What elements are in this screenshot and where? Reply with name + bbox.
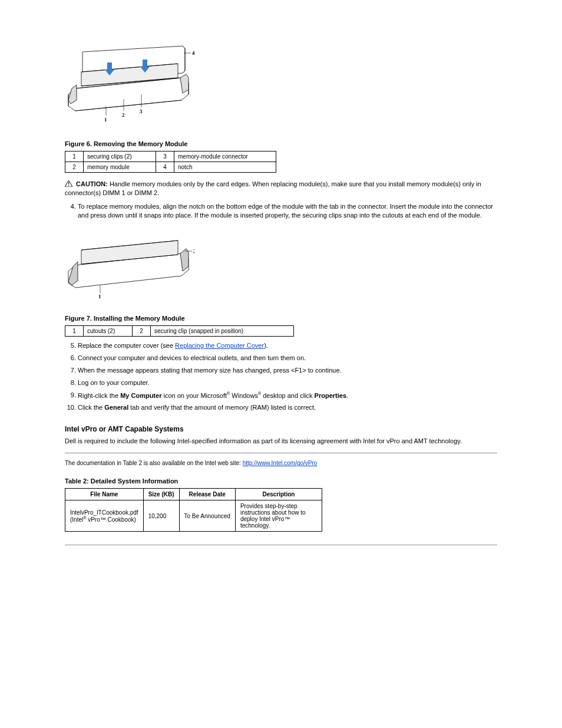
table-cell: 1 [65,151,84,162]
step-9-text-b: Windows [230,391,258,398]
table2: File Name Size (KB) Release Date Descrip… [65,488,322,532]
table-cell: securing clips (2) [84,151,156,162]
figure-install-memory-module: 1 2 [65,228,497,298]
figure6-label-table: 1 securing clips (2) 3 memory-module con… [65,151,276,173]
step-10: Click the General tab and verify that th… [78,403,497,412]
memory-module-remove-diagram: 1 2 3 4 [65,41,194,124]
table-cell: memory module [84,162,156,173]
figure6-caption: Figure 6. Removing the Memory Module [65,140,497,147]
figure7-label-table: 1 cutouts (2) 2 securing clip (snapped i… [65,325,294,337]
step-8-text: Log on to your computer. [78,379,150,386]
table2-header: Description [235,489,322,500]
figure7-caption: Figure 7. Installing the Memory Module [65,315,497,322]
step-list-b: Replace the computer cover (see Replacin… [65,341,497,412]
step-5-text: Replace the computer cover (see [78,342,175,349]
replace-cover-link[interactable]: Replacing the Computer Cover [175,342,264,349]
table-cell: cutouts (2) [84,326,133,337]
step-6: Connect your computer and devices to ele… [78,354,497,363]
section-body-vpro: Dell is required to include the followin… [65,437,497,446]
table-cell: 1 [65,326,84,337]
table2-header: File Name [65,489,144,500]
step-9-text-d: . [346,391,348,398]
table2-header: Size (KB) [143,489,179,500]
svg-text:2: 2 [122,112,125,118]
table-cell: 4 [156,162,174,173]
step-10-text-b: tab and verify that the amount of memory… [128,404,316,411]
table2-cell: 10,200 [143,500,179,532]
memory-module-install-diagram: 1 2 [65,228,194,298]
step-9-text-c: desktop and click [261,391,315,398]
step-6-text: Connect your computer and devices to ele… [78,354,306,361]
step-9-bold: Properties [315,391,346,398]
table2-caption-line: The documentation in Table 2 is also ava… [65,459,497,467]
step-4-text: To replace memory modules, align the not… [78,203,493,219]
step-5-text-after: ). [264,342,268,349]
svg-point-11 [68,185,69,186]
table2-cell: Provides step-by-step instructions about… [235,500,322,532]
table2-cell: To Be Announced [179,500,235,532]
table2-header: Release Date [179,489,235,500]
step-7: When the message appears stating that me… [78,366,497,375]
figure-remove-memory-module: 1 2 3 4 [65,41,497,124]
table-cell: 2 [65,162,84,173]
step-8: Log on to your computer. [78,378,497,387]
table-cell: memory-module connector [174,151,276,162]
svg-text:4: 4 [192,50,194,56]
step-9: Right-click the My Computer icon on your… [78,391,497,400]
caution-triangle-icon [65,180,72,187]
table-cell: notch [174,162,276,173]
caution-text: Handle memory modules only by the card e… [65,180,481,196]
divider [65,453,497,453]
table2-title: Table 2: Detailed System Information [65,477,497,485]
svg-text:2: 2 [193,248,194,254]
table-cell: 2 [133,326,151,337]
table2-caption-before: The documentation in Table 2 is also ava… [65,460,243,466]
caution-note: CAUTION: Handle memory modules only by t… [65,180,497,197]
section-title-vpro: Intel vPro or AMT Capable Systems [65,425,497,433]
table-cell: 3 [156,151,174,162]
svg-text:3: 3 [140,108,143,114]
step-5: Replace the computer cover (see Replacin… [78,341,497,350]
step-7-text: When the message appears stating that me… [78,367,342,374]
intel-vpro-link[interactable]: http://www.Intel.com/go/vPro [243,460,318,466]
divider [65,545,497,545]
step-9-text-a: Right-click the My Computer icon on your… [78,391,227,398]
svg-text:1: 1 [98,294,101,298]
step-list-a: To replace memory modules, align the not… [65,202,497,220]
step-4: To replace memory modules, align the not… [78,202,497,220]
step-10-bold: General [104,404,128,411]
step-10-text-a: Click the [78,404,104,411]
table-cell: securing clip (snapped in position) [151,326,294,337]
svg-text:1: 1 [104,117,107,123]
caution-label: CAUTION: [76,180,108,187]
table2-cell: IntelvPro_ITCookbook.pdf(Intel® vPro™ Co… [65,500,144,532]
